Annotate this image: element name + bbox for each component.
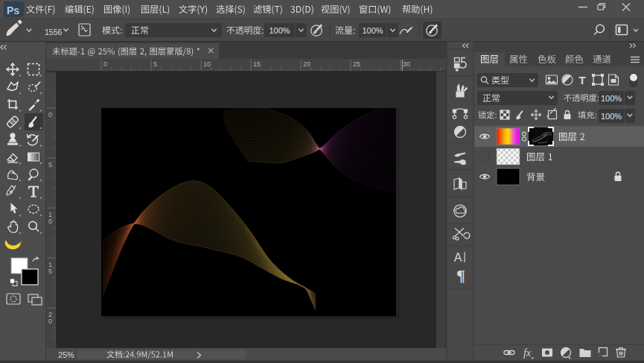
svg-text:¶: ¶ bbox=[456, 266, 465, 285]
svg-text:100%: 100% bbox=[601, 94, 622, 103]
svg-text:15: 15 bbox=[253, 60, 261, 68]
svg-text:0: 0 bbox=[48, 218, 52, 225]
svg-text:25%: 25% bbox=[58, 350, 74, 359]
svg-text:fx: fx bbox=[523, 347, 532, 359]
svg-text:25: 25 bbox=[353, 60, 360, 68]
svg-text:100%: 100% bbox=[601, 112, 622, 121]
svg-text:Ps: Ps bbox=[7, 4, 19, 16]
svg-text:0: 0 bbox=[103, 60, 107, 68]
svg-text:10: 10 bbox=[203, 60, 211, 68]
svg-text:5: 5 bbox=[48, 268, 52, 275]
svg-text:100%: 100% bbox=[269, 26, 290, 35]
svg-text:30: 30 bbox=[403, 60, 410, 68]
svg-text:5: 5 bbox=[48, 161, 52, 168]
svg-text:0: 0 bbox=[48, 318, 52, 325]
svg-text:A: A bbox=[454, 251, 462, 264]
svg-text:5: 5 bbox=[153, 60, 157, 68]
svg-text:100%: 100% bbox=[362, 26, 383, 35]
svg-text:1556: 1556 bbox=[45, 28, 63, 37]
svg-text:20: 20 bbox=[303, 60, 310, 68]
svg-text:T: T bbox=[578, 74, 586, 86]
svg-text:0: 0 bbox=[48, 111, 52, 119]
